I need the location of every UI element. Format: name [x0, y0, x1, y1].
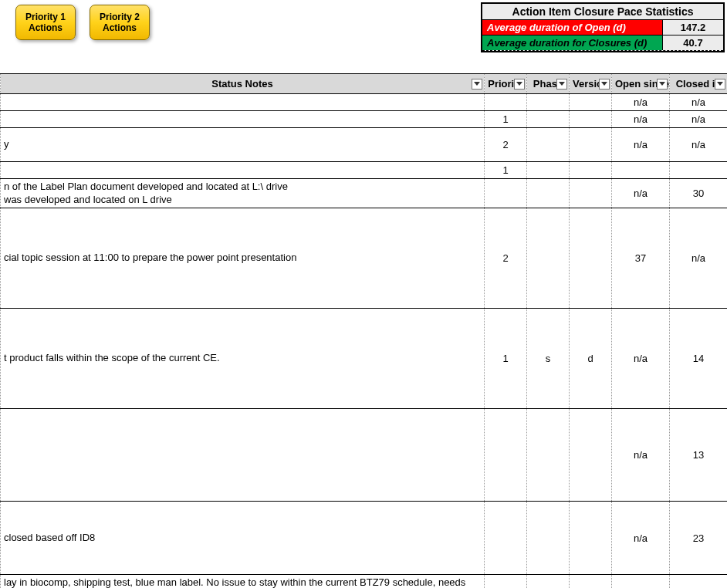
cell-phase[interactable] — [527, 575, 570, 589]
cell-version[interactable] — [570, 575, 612, 589]
cell-version[interactable] — [570, 502, 612, 575]
cell-priority[interactable]: 1 — [485, 111, 527, 128]
cell-open[interactable]: n/a — [612, 94, 670, 111]
cell-notes[interactable]: y — [1, 128, 485, 162]
cell-closed[interactable]: 30 — [670, 179, 728, 208]
cell-notes[interactable]: lay in biocomp, shipping test, blue man … — [1, 575, 485, 589]
filter-dropdown-icon[interactable] — [715, 79, 725, 90]
btn-line1: Priority 1 — [25, 12, 66, 22]
cell-priority[interactable] — [485, 409, 527, 502]
filter-dropdown-icon[interactable] — [514, 79, 525, 90]
cell-notes[interactable] — [1, 409, 485, 502]
table-row: 1n/an/a — [1, 111, 728, 128]
btn-line2: Actions — [103, 22, 137, 33]
cell-notes[interactable]: cial topic session at 11:00 to prepare t… — [1, 208, 485, 309]
cell-open[interactable]: n/a — [612, 502, 670, 575]
table-row: n/an/a — [1, 94, 728, 111]
cell-closed[interactable]: n/a — [670, 111, 728, 128]
cell-closed[interactable]: n/a — [670, 128, 728, 162]
stats-open-label: Average duration of Open (d) — [482, 20, 663, 35]
table-row: y2n/an/a — [1, 128, 728, 162]
table-row: n/a13 — [1, 409, 728, 502]
cell-version[interactable] — [570, 111, 612, 128]
cell-version[interactable] — [570, 94, 612, 111]
cell-closed[interactable]: n/a — [670, 94, 728, 111]
stats-close-label: Average duration for Closures (d) — [482, 35, 663, 50]
filter-dropdown-icon[interactable] — [556, 79, 567, 90]
table-row: lay in biocomp, shipping test, blue man … — [1, 575, 728, 589]
cell-notes[interactable] — [1, 94, 485, 111]
cell-notes[interactable]: n of the Label Plan document developed a… — [1, 179, 485, 208]
table-row: t product falls within the scope of the … — [1, 309, 728, 409]
cell-phase[interactable] — [527, 128, 570, 162]
cell-priority[interactable]: 1 — [485, 162, 527, 179]
header-notes[interactable]: Status Notes — [1, 74, 485, 94]
cell-version[interactable] — [570, 128, 612, 162]
header-open[interactable]: Open since — [612, 74, 670, 94]
data-table: Status Notes Priority Phase Version Open… — [0, 73, 727, 588]
stats-row-open: Average duration of Open (d) 147.2 — [482, 20, 723, 35]
btn-line1: Priority 2 — [100, 12, 140, 22]
cell-closed[interactable]: 23 — [670, 502, 728, 575]
header-closed[interactable]: Closed in — [670, 74, 728, 94]
cell-priority[interactable]: 2 — [485, 128, 527, 162]
cell-phase[interactable] — [527, 409, 570, 502]
stats-title: Action Item Closure Pace Statistics — [482, 4, 723, 20]
cell-closed[interactable] — [670, 162, 728, 179]
stats-row-close: Average duration for Closures (d) 40.7 — [482, 35, 723, 51]
priority-1-button[interactable]: Priority 1 Actions — [15, 5, 76, 40]
stats-open-value: 147.2 — [663, 20, 723, 35]
cell-open[interactable] — [612, 162, 670, 179]
filter-dropdown-icon[interactable] — [472, 79, 482, 90]
cell-priority[interactable] — [485, 94, 527, 111]
header-priority[interactable]: Priority — [485, 74, 527, 94]
cell-version[interactable] — [570, 409, 612, 502]
table-row: n of the Label Plan document developed a… — [1, 179, 728, 208]
cell-phase[interactable] — [527, 179, 570, 208]
table-row: 1 — [1, 162, 728, 179]
cell-version[interactable]: d — [570, 309, 612, 409]
stats-close-value: 40.7 — [663, 35, 723, 50]
cell-open[interactable]: 37 — [612, 208, 670, 309]
cell-open[interactable]: n/a — [612, 309, 670, 409]
cell-phase[interactable] — [527, 111, 570, 128]
cell-phase[interactable] — [527, 94, 570, 111]
filter-dropdown-icon[interactable] — [599, 79, 610, 90]
cell-closed[interactable]: 14 — [670, 309, 728, 409]
cell-open[interactable]: n/a — [612, 179, 670, 208]
cell-version[interactable] — [570, 162, 612, 179]
cell-phase[interactable] — [527, 502, 570, 575]
cell-open[interactable]: n/a — [612, 409, 670, 502]
cell-priority[interactable] — [485, 575, 527, 589]
cell-priority[interactable]: 1 — [485, 309, 527, 409]
cell-notes[interactable]: t product falls within the scope of the … — [1, 309, 485, 409]
cell-version[interactable] — [570, 179, 612, 208]
header-phase[interactable]: Phase — [527, 74, 570, 94]
table-row: closed based off ID8n/a23 — [1, 502, 728, 575]
stats-box: Action Item Closure Pace Statistics Aver… — [481, 2, 725, 52]
cell-notes[interactable] — [1, 111, 485, 128]
cell-open[interactable]: n/a — [612, 111, 670, 128]
cell-open[interactable] — [612, 575, 670, 589]
cell-priority[interactable] — [485, 179, 527, 208]
cell-notes[interactable] — [1, 162, 485, 179]
priority-2-button[interactable]: Priority 2 Actions — [90, 5, 150, 40]
btn-line2: Actions — [29, 22, 63, 33]
cell-closed[interactable]: n/a — [670, 208, 728, 309]
table-row: cial topic session at 11:00 to prepare t… — [1, 208, 728, 309]
header-version[interactable]: Version — [570, 74, 612, 94]
cell-open[interactable]: n/a — [612, 128, 670, 162]
cell-priority[interactable] — [485, 502, 527, 575]
header-row: Status Notes Priority Phase Version Open… — [1, 74, 728, 94]
cell-version[interactable] — [570, 208, 612, 309]
cell-phase[interactable] — [527, 162, 570, 179]
cell-priority[interactable]: 2 — [485, 208, 527, 309]
cell-notes[interactable]: closed based off ID8 — [1, 502, 485, 575]
cell-closed[interactable] — [670, 575, 728, 589]
cell-phase[interactable]: s — [527, 309, 570, 409]
cell-closed[interactable]: 13 — [670, 409, 728, 502]
filter-dropdown-icon[interactable] — [657, 79, 668, 90]
cell-phase[interactable] — [527, 208, 570, 309]
